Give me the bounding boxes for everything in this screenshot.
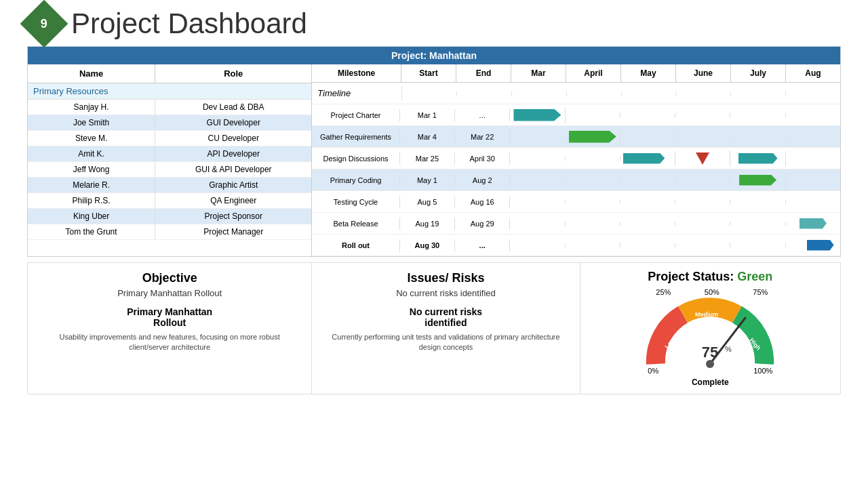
ms-name: Design Discussions — [312, 152, 399, 165]
ms-may-gantt — [620, 243, 675, 247]
ms-empty — [731, 92, 786, 96]
resource-role: Project Manager — [155, 224, 311, 239]
resource-row: King Uber Project Sponsor — [28, 209, 311, 224]
resource-row: Philip R.S. QA Engineer — [28, 193, 311, 209]
ms-name: Project Charter — [312, 109, 399, 121]
ms-may-gantt — [620, 222, 675, 226]
resource-row: Melarie R. Graphic Artist — [28, 178, 311, 193]
ms-mar-gantt — [510, 222, 565, 226]
timeline-label-row: Timeline — [312, 83, 840, 104]
ms-july-gantt — [730, 222, 785, 226]
milestone-row-2: Design Discussions Mar 25 April 30 — [312, 148, 840, 169]
table-columns: Name Role Primary Resources Sanjay H. De… — [28, 64, 840, 256]
ms-july-gantt — [730, 200, 785, 204]
main-table: Project: Manhattan Name Role Primary Res… — [27, 46, 841, 257]
ms-july-gantt — [730, 113, 785, 117]
ms-end: ... — [455, 109, 510, 121]
ms-aug-gantt — [786, 135, 840, 139]
page: 9 Project Dashboard Project: Manhattan N… — [0, 0, 868, 488]
milestone-row-4: Testing Cycle Aug 5 Aug 16 — [312, 191, 840, 213]
name-col-header: Name — [28, 64, 155, 83]
ms-mar-gantt — [510, 107, 565, 123]
resource-name: Tom the Grunt — [28, 224, 155, 239]
primary-resources-label: Primary Resources — [28, 83, 311, 100]
ms-aug-gantt — [786, 113, 840, 117]
milestone-row-3: Primary Coding May 1 Aug 2 — [312, 169, 840, 191]
gauge-label-50: 50% — [705, 288, 719, 296]
ms-end: April 30 — [455, 152, 510, 165]
ms-july-gantt — [730, 151, 785, 166]
resource-row: Steve M. CU Developer — [28, 131, 311, 146]
issues-title: Issues/ Risks — [326, 271, 566, 285]
ms-empty — [567, 92, 622, 96]
gauge-top-labels: 25% 50% 75% — [642, 288, 778, 296]
ms-may-gantt — [620, 200, 675, 204]
ms-mar-gantt — [510, 157, 565, 161]
header: 9 Project Dashboard — [27, 7, 841, 41]
status-title: Project Status: Green — [591, 270, 830, 284]
gauge-svg: Low Medium High 75 % — [642, 296, 778, 371]
resource-name: Steve M. — [28, 131, 155, 146]
ms-may-gantt — [620, 135, 675, 139]
ms-start: Aug 5 — [400, 196, 455, 208]
milestone-row-1: Gather Requirements Mar 4 Mar 22 — [312, 126, 840, 148]
ms-mar-gantt — [510, 135, 565, 139]
resource-row: Sanjay H. Dev Lead & DBA — [28, 100, 311, 115]
milestones-section: Milestone Start End Mar April May June J… — [312, 64, 840, 256]
resource-role: Project Sponsor — [155, 209, 311, 224]
ms-start: Mar 4 — [400, 131, 455, 143]
ms-april-gantt — [566, 113, 620, 117]
mar-col-header: Mar — [511, 64, 566, 82]
ms-june-gantt — [675, 222, 730, 226]
resource-role: GUI Developer — [155, 115, 311, 130]
gantt-bar-small-teal — [800, 218, 827, 229]
resource-row: Jeff Wong GUI & API Developer — [28, 162, 311, 178]
badge: 9 — [20, 0, 68, 47]
resource-name: Amit K. — [28, 146, 155, 161]
ms-april-gantt — [566, 178, 620, 182]
issues-desc: Currently performing unit tests and vali… — [326, 332, 566, 353]
svg-text:75: 75 — [702, 344, 718, 361]
ms-april-gantt — [566, 129, 620, 145]
ms-name: Beta Release — [312, 218, 399, 230]
ms-june-gantt — [675, 200, 730, 204]
ms-april-gantt — [566, 243, 620, 247]
svg-text:%: % — [725, 345, 732, 353]
ms-aug-gantt — [786, 216, 840, 231]
resource-name: King Uber — [28, 209, 155, 224]
ms-may-gantt — [620, 113, 675, 117]
resource-role: Graphic Artist — [155, 178, 311, 192]
milestone-row-6: Roll out Aug 30 ... — [312, 235, 840, 256]
ms-april-gantt — [566, 222, 620, 226]
resource-row: Joe Smith GUI Developer — [28, 115, 311, 131]
gantt-bar-red-down — [696, 152, 709, 165]
ms-may-gantt — [620, 151, 675, 166]
june-col-header: June — [676, 64, 731, 82]
complete-label: Complete — [642, 378, 778, 387]
ms-start: Mar 25 — [400, 152, 455, 165]
badge-number: 9 — [41, 16, 47, 30]
gantt-bar-blue — [807, 240, 834, 251]
status-value: Green — [737, 270, 772, 283]
ms-end: Aug 29 — [455, 218, 510, 230]
issues-bold: No current risksidentified — [326, 306, 566, 328]
ms-aug-gantt — [786, 200, 840, 204]
resource-role: CU Developer — [155, 131, 311, 146]
objective-title: Objective — [41, 271, 298, 285]
ms-end: Aug 2 — [455, 174, 510, 186]
end-col-header: End — [456, 64, 511, 82]
ms-name: Roll out — [312, 239, 399, 251]
ms-april-gantt — [566, 200, 620, 204]
ms-mar-gantt — [510, 243, 565, 247]
ms-mar-gantt — [510, 200, 565, 204]
left-col-headers: Name Role — [28, 64, 311, 83]
ms-aug-gantt — [786, 178, 840, 182]
svg-text:Medium: Medium — [695, 311, 718, 318]
ms-start: May 1 — [400, 174, 455, 186]
page-title: Project Dashboard — [71, 7, 307, 40]
issues-section: Issues/ Risks No current risks identifie… — [312, 263, 580, 394]
resource-name: Philip R.S. — [28, 193, 155, 208]
ms-start: Aug 30 — [400, 239, 455, 251]
start-col-header: Start — [401, 64, 456, 82]
objective-bold: Primary ManhattanRollout — [41, 306, 298, 328]
